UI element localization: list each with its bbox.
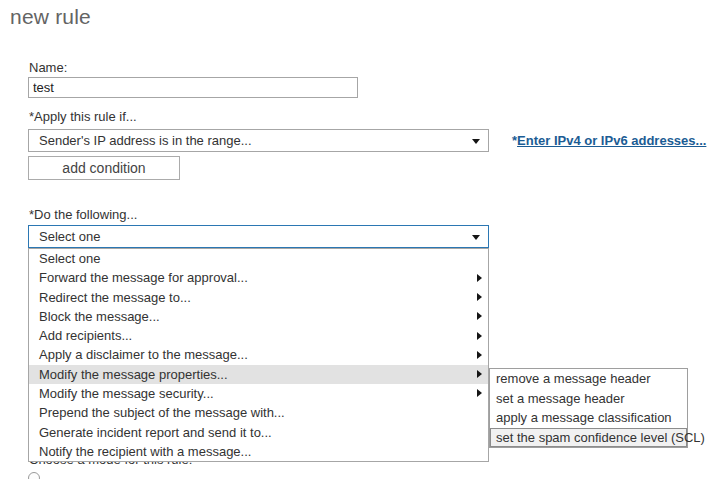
submenu-arrow-icon	[477, 351, 482, 359]
submenu-arrow-icon	[477, 312, 482, 320]
menu-item-forward-for-approval[interactable]: Forward the message for approval...	[29, 268, 488, 287]
apply-rule-if-label: *Apply this rule if...	[29, 109, 137, 124]
rule-mode-radio[interactable]	[28, 472, 40, 479]
menu-item-generate-incident-report[interactable]: Generate incident report and send it to.…	[29, 422, 488, 441]
submenu-arrow-icon	[477, 293, 482, 301]
condition-select[interactable]: Sender's IP address is in the range...	[28, 129, 489, 152]
submenu-item-apply-message-classification[interactable]: apply a message classification	[490, 408, 687, 428]
ip-addresses-link-row: *Enter IPv4 or IPv6 addresses...	[512, 133, 706, 148]
submenu-arrow-icon	[477, 332, 482, 340]
submenu-arrow-icon	[477, 370, 482, 378]
add-condition-button[interactable]: add condition	[28, 156, 180, 180]
menu-item-block-message[interactable]: Block the message...	[29, 307, 488, 326]
menu-item-select-one[interactable]: Select one	[29, 249, 488, 268]
enter-ip-addresses-link[interactable]: Enter IPv4 or IPv6 addresses...	[517, 133, 706, 148]
submenu-item-remove-message-header[interactable]: remove a message header	[490, 369, 687, 389]
submenu-item-set-message-header[interactable]: set a message header	[490, 389, 687, 409]
rule-name-input[interactable]	[28, 77, 358, 98]
action-select[interactable]: Select one	[28, 225, 489, 248]
menu-item-apply-disclaimer[interactable]: Apply a disclaimer to the message...	[29, 345, 488, 364]
name-label: Name:	[29, 60, 67, 75]
submenu-item-set-scl[interactable]: set the spam confidence level (SCL)	[490, 428, 687, 448]
dropdown-arrow-icon	[472, 235, 480, 240]
menu-item-prepend-subject[interactable]: Prepend the subject of the message with.…	[29, 403, 488, 422]
menu-item-modify-message-security[interactable]: Modify the message security...	[29, 384, 488, 403]
submenu-arrow-icon	[477, 389, 482, 397]
menu-item-redirect-message[interactable]: Redirect the message to...	[29, 288, 488, 307]
page-title: new rule	[10, 5, 91, 29]
menu-item-notify-recipient[interactable]: Notify the recipient with a message...	[29, 442, 488, 461]
do-the-following-label: *Do the following...	[29, 207, 137, 222]
new-rule-dialog: new rule Name: *Apply this rule if... Se…	[0, 0, 712, 479]
menu-item-modify-message-properties[interactable]: Modify the message properties...	[29, 365, 488, 384]
submenu-arrow-icon	[477, 274, 482, 282]
dropdown-arrow-icon	[472, 139, 480, 144]
menu-item-add-recipients[interactable]: Add recipients...	[29, 326, 488, 345]
condition-select-value: Sender's IP address is in the range...	[39, 133, 252, 148]
modify-properties-submenu: remove a message header set a message he…	[489, 368, 688, 448]
action-select-value: Select one	[39, 229, 100, 244]
action-dropdown-menu: Select one Forward the message for appro…	[28, 248, 489, 462]
